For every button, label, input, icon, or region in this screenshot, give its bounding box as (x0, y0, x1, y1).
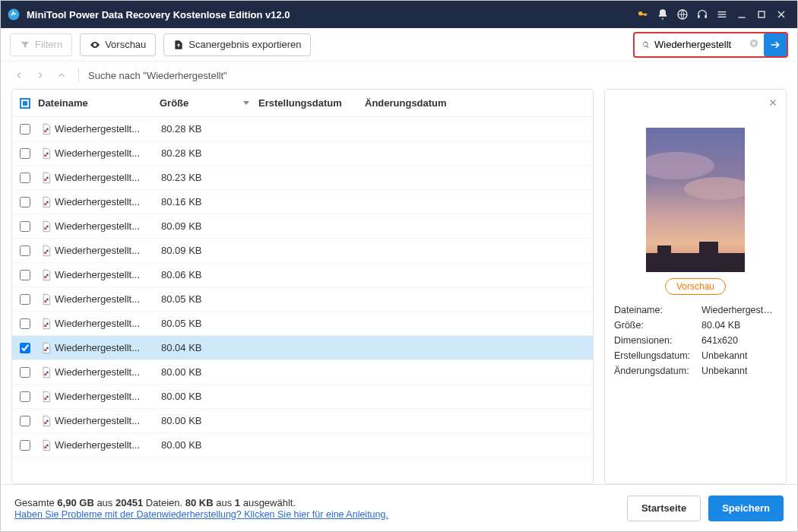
svg-rect-37 (46, 444, 49, 446)
maximize-icon[interactable] (752, 5, 771, 24)
file-type-icon (38, 391, 55, 403)
table-row[interactable]: Wiederhergestellt...80.00 KB (12, 433, 593, 458)
row-checkbox[interactable] (20, 245, 30, 256)
filter-label: Filtern (35, 39, 62, 50)
svg-rect-4 (718, 11, 727, 12)
nav-up-icon[interactable] (54, 68, 69, 83)
home-button[interactable]: Startseite (627, 496, 701, 521)
row-filename: Wiederhergestellt... (55, 245, 161, 256)
row-checkbox[interactable] (20, 148, 30, 159)
row-checkbox[interactable] (20, 294, 30, 305)
preview-button[interactable]: Vorschau (80, 33, 156, 56)
file-type-icon (38, 172, 55, 184)
clear-search-icon[interactable] (749, 38, 759, 51)
svg-rect-10 (44, 130, 46, 132)
table-row[interactable]: Wiederhergestellt...80.06 KB (12, 263, 593, 287)
row-filename: Wiederhergestellt... (55, 123, 161, 135)
kv-created-label: Erstellungsdatum: (614, 350, 701, 361)
col-created[interactable]: Erstellungsdatum (258, 97, 365, 109)
table-row[interactable]: Wiederhergestellt...80.09 KB (12, 239, 593, 263)
row-size: 80.04 KB (161, 342, 260, 353)
row-checkbox[interactable] (20, 197, 30, 207)
table-row[interactable]: Wiederhergestellt...80.09 KB (12, 214, 593, 239)
svg-rect-32 (44, 397, 46, 400)
close-icon[interactable] (771, 5, 791, 24)
table-row[interactable]: Wiederhergestellt...80.00 KB (12, 409, 593, 433)
row-filename: Wiederhergestellt... (55, 172, 161, 183)
row-checkbox[interactable] (20, 124, 30, 135)
help-link[interactable]: Haben Sie Probleme mit der Datenwiederhe… (14, 509, 388, 520)
row-size: 80.06 KB (161, 269, 260, 280)
table-body[interactable]: Wiederhergestellt...80.28 KBWiederherges… (12, 117, 593, 483)
row-checkbox[interactable] (20, 318, 30, 329)
row-checkbox[interactable] (20, 367, 30, 378)
nav-forward-icon[interactable] (33, 68, 48, 83)
funnel-icon (20, 40, 30, 50)
svg-rect-43 (699, 242, 718, 257)
preview-open-button[interactable]: Vorschau (665, 278, 726, 295)
svg-rect-8 (758, 11, 765, 17)
svg-rect-26 (44, 325, 46, 327)
svg-rect-28 (44, 349, 46, 351)
row-checkbox[interactable] (20, 173, 30, 183)
table-row[interactable]: Wiederhergestellt...80.04 KB (12, 336, 593, 360)
row-checkbox[interactable] (20, 343, 30, 353)
svg-rect-3 (705, 15, 707, 18)
kv-filename-label: Dateiname: (614, 305, 701, 315)
svg-rect-42 (657, 245, 671, 257)
preview-label: Vorschau (105, 39, 146, 50)
menu-icon[interactable] (712, 5, 732, 24)
table-row[interactable]: Wiederhergestellt...80.23 KB (12, 166, 593, 190)
minimize-icon[interactable] (732, 5, 752, 24)
row-size: 80.05 KB (161, 318, 260, 329)
upgrade-key-icon[interactable] (633, 5, 653, 24)
row-checkbox[interactable] (20, 221, 30, 232)
table-row[interactable]: Wiederhergestellt...80.28 KB (12, 141, 593, 166)
row-checkbox[interactable] (20, 270, 30, 280)
col-size[interactable]: Größe (160, 97, 258, 109)
export-button[interactable]: Scanergebnis exportieren (163, 33, 311, 56)
file-type-icon (38, 123, 55, 135)
bell-icon[interactable] (653, 5, 673, 24)
row-checkbox[interactable] (20, 391, 30, 402)
preview-panel: Vorschau Dateiname:Wiederhergestellt_ Gr… (604, 89, 787, 484)
search-input[interactable] (654, 39, 746, 50)
svg-rect-33 (46, 395, 49, 397)
preview-close-icon[interactable] (766, 96, 780, 109)
file-type-icon (38, 147, 55, 160)
row-size: 80.09 KB (161, 220, 260, 232)
col-modified[interactable]: Änderungsdatum (365, 97, 471, 109)
nav-back-icon[interactable] (11, 68, 27, 83)
filter-button[interactable]: Filtern (10, 33, 72, 56)
svg-rect-14 (44, 179, 46, 181)
headset-icon[interactable] (692, 5, 712, 24)
row-filename: Wiederhergestellt... (55, 147, 161, 159)
row-size: 80.28 KB (161, 147, 260, 159)
row-filename: Wiederhergestellt... (55, 366, 161, 378)
globe-icon[interactable] (673, 5, 692, 24)
table-row[interactable]: Wiederhergestellt...80.05 KB (12, 312, 593, 336)
row-size: 80.09 KB (161, 245, 260, 256)
row-size: 80.23 KB (161, 172, 260, 183)
search-submit-button[interactable] (764, 33, 787, 56)
table-row[interactable]: Wiederhergestellt...80.16 KB (12, 190, 593, 214)
table-row[interactable]: Wiederhergestellt...80.05 KB (12, 287, 593, 312)
table-row[interactable]: Wiederhergestellt...80.28 KB (12, 117, 593, 141)
svg-rect-29 (46, 347, 49, 349)
footer: Gesamte 6,90 GB aus 20451 Dateien. 80 KB… (1, 484, 797, 531)
table-row[interactable]: Wiederhergestellt...80.00 KB (12, 360, 593, 385)
col-filename[interactable]: Dateiname (38, 97, 160, 109)
export-icon (173, 40, 184, 50)
row-filename: Wiederhergestellt... (55, 439, 161, 451)
row-checkbox[interactable] (20, 416, 30, 426)
select-all-checkbox[interactable] (20, 98, 30, 109)
file-type-icon (38, 366, 55, 378)
eye-icon (90, 40, 100, 50)
svg-rect-31 (46, 371, 49, 373)
svg-rect-17 (46, 201, 49, 203)
file-type-icon (38, 220, 55, 233)
svg-rect-25 (46, 298, 49, 300)
table-row[interactable]: Wiederhergestellt...80.00 KB (12, 385, 593, 409)
save-button[interactable]: Speichern (708, 496, 784, 521)
row-checkbox[interactable] (20, 440, 30, 451)
